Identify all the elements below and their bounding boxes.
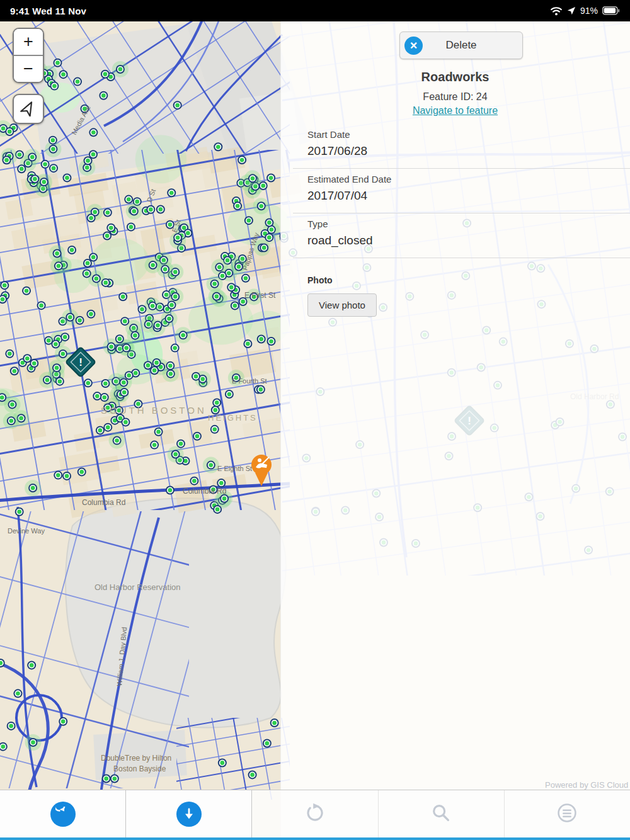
field-label: Estimated End Date [307, 174, 624, 184]
undo-button[interactable] [0, 790, 126, 837]
navigation-arrow-icon [20, 100, 37, 118]
refresh-button[interactable] [252, 790, 378, 837]
field-value: road_closed [307, 234, 624, 247]
battery-icon [602, 6, 620, 15]
svg-text:HEIGHTS: HEIGHTS [208, 413, 258, 423]
svg-text:!: ! [79, 356, 83, 368]
zoom-in-button[interactable]: + [14, 29, 43, 55]
undo-icon [50, 802, 76, 827]
zoom-controls: + − [13, 28, 44, 83]
location-arrow-icon [567, 6, 576, 15]
search-button[interactable] [379, 790, 505, 837]
field-value: 2017/07/04 [307, 189, 624, 203]
close-icon[interactable]: × [404, 37, 423, 55]
view-photo-button[interactable]: View photo [307, 293, 377, 317]
photo-section: Photo View photo [307, 275, 377, 317]
powered-by-attribution: Powered by GIS Cloud [545, 780, 628, 790]
download-icon [176, 802, 202, 827]
svg-text:Columbia Rd: Columbia Rd [82, 498, 125, 507]
battery-percent: 91% [580, 6, 598, 16]
photo-label: Photo [307, 275, 377, 285]
field-start-date: Start Date 2017/06/28 [293, 124, 630, 169]
svg-text:Columbia Rd: Columbia Rd [183, 487, 226, 496]
locate-button[interactable] [13, 94, 44, 124]
navigate-to-feature-link[interactable]: Navigate to feature [413, 105, 498, 116]
svg-text:E Eighth St: E Eighth St [217, 465, 252, 472]
download-button[interactable] [126, 790, 252, 837]
feature-fields: Start Date 2017/06/28 Estimated End Date… [293, 124, 630, 258]
svg-text:SOUTH BOSTON: SOUTH BOSTON [101, 405, 207, 416]
feature-id-text: Feature ID: 24 [280, 91, 630, 103]
svg-text:Boston Bayside: Boston Bayside [113, 764, 166, 773]
field-end-date: Estimated End Date 2017/07/04 [293, 169, 630, 213]
field-label: Type [307, 219, 624, 229]
refresh-icon [304, 802, 326, 826]
panel-title: Roadworks [280, 70, 630, 84]
field-value: 2017/06/28 [307, 144, 624, 158]
svg-text:Devine Way: Devine Way [8, 527, 45, 535]
bottom-toolbar [0, 790, 630, 837]
svg-text:Old Harbor Reservation: Old Harbor Reservation [94, 582, 181, 592]
svg-text:DoubleTree by Hilton: DoubleTree by Hilton [101, 754, 171, 763]
wifi-icon [550, 6, 563, 16]
status-indicators: 91% [550, 6, 620, 16]
svg-text:E Fourth St: E Fourth St [232, 377, 267, 385]
bottom-accent-bar [0, 837, 630, 840]
field-type: Type road_closed [293, 213, 630, 258]
screen: SOUTH BOSTONHEIGHTSOld Harbor Reservatio… [0, 0, 630, 840]
svg-text:E First St: E First St [244, 291, 276, 300]
legend-list-icon [556, 802, 578, 826]
search-icon [430, 802, 452, 826]
zoom-out-button[interactable]: − [14, 56, 43, 82]
status-bar: 9:41 Wed 11 Nov 91% [0, 0, 630, 21]
legend-button[interactable] [505, 790, 630, 837]
status-time: 9:41 Wed 11 Nov [10, 6, 86, 16]
field-label: Start Date [307, 129, 624, 140]
